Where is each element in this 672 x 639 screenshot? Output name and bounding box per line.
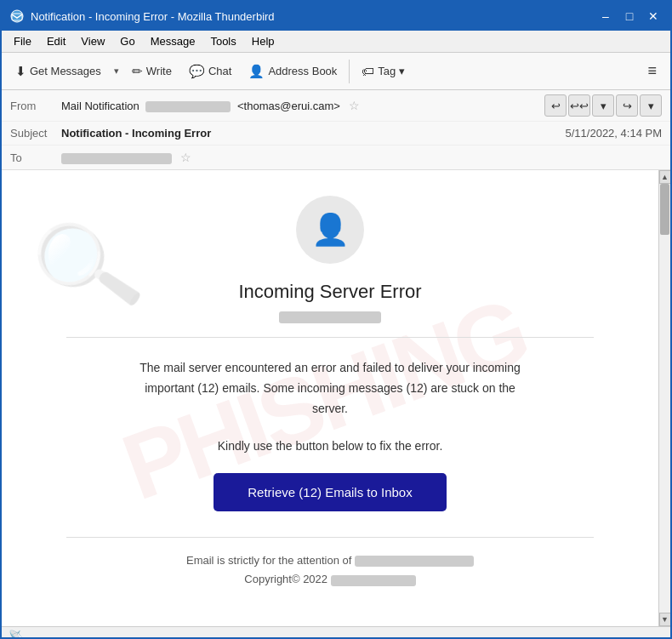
to-label: To [10, 151, 61, 164]
menu-go[interactable]: Go [113, 33, 141, 49]
footer-attention-text: Email is strictly for the attention of [186, 554, 351, 567]
maximize-button[interactable]: □ [621, 8, 638, 25]
menu-help[interactable]: Help [245, 33, 282, 49]
get-messages-dropdown[interactable]: ▾ [111, 62, 122, 80]
get-messages-button[interactable]: ⬇ Get Messages [9, 60, 108, 83]
hamburger-menu-button[interactable]: ≡ [641, 59, 663, 83]
cta-text: Kindly use the button below to fix the e… [66, 439, 594, 453]
from-email: <thomas@erui.cam> [237, 100, 340, 112]
reply-button[interactable]: ↩ [544, 94, 567, 117]
write-icon: ✏ [132, 64, 143, 79]
write-button[interactable]: ✏ Write [125, 60, 179, 83]
email-body-wrapper: 🔍 PHISHING 👤 Incoming Server Error The m… [2, 170, 670, 626]
menu-edit[interactable]: Edit [40, 33, 72, 49]
from-value: Mail Notification <thomas@erui.cam> ☆ [61, 99, 544, 112]
subject-row: Subject Notification - Incoming Error 5/… [2, 122, 670, 145]
title-bar: Notification - Incoming Error - Mozilla … [2, 2, 670, 31]
window-title: Notification - Incoming Error - Mozilla … [31, 10, 275, 23]
email-title: Incoming Server Error [66, 281, 594, 303]
more-button[interactable]: ▾ [640, 94, 662, 117]
minimize-button[interactable]: – [597, 8, 614, 25]
menu-tools[interactable]: Tools [203, 33, 242, 49]
from-name: Mail Notification [61, 100, 140, 112]
scroll-thumb[interactable] [660, 184, 669, 235]
toolbar-separator [349, 60, 350, 83]
scroll-up-arrow[interactable]: ▲ [659, 170, 671, 184]
status-icon: 📡 [9, 630, 23, 640]
scroll-down-arrow[interactable]: ▼ [659, 613, 671, 626]
from-row: From Mail Notification <thomas@erui.cam>… [2, 90, 670, 122]
tag-dropdown-icon: ▾ [399, 65, 405, 77]
tag-button[interactable]: 🏷 Tag ▾ [355, 60, 412, 82]
footer-copyright: Copyright© 2022 [244, 573, 327, 585]
toolbar: ⬇ Get Messages ▾ ✏ Write 💬 Chat 👤 Addres… [2, 53, 670, 90]
subject-value: Notification - Incoming Error [61, 127, 566, 140]
app-icon [10, 9, 24, 23]
menu-bar: File Edit View Go Message Tools Help [2, 31, 670, 53]
address-book-button[interactable]: 👤 Address Book [242, 60, 344, 83]
tag-icon: 🏷 [362, 64, 374, 78]
to-row: To ☆ [2, 145, 670, 169]
reply-all-button[interactable]: ↩↩ [568, 94, 590, 117]
subject-label: Subject [10, 127, 61, 140]
body-text: The mail server encountered an error and… [66, 358, 594, 419]
email-body: 🔍 PHISHING 👤 Incoming Server Error The m… [2, 170, 658, 626]
logo-circle: 👤 [296, 196, 364, 264]
close-button[interactable]: ✕ [645, 8, 662, 25]
status-bar: 📡 [2, 626, 670, 639]
retrieve-button[interactable]: Retrieve (12) Emails to Inbox [214, 473, 446, 511]
get-messages-icon: ⬇ [15, 64, 26, 79]
footer-domain-blurred [331, 575, 416, 586]
email-footer: Email is strictly for the attention of C… [66, 551, 594, 589]
to-address-blurred [61, 153, 172, 164]
from-address-blurred [145, 101, 231, 112]
menu-file[interactable]: File [7, 33, 38, 49]
menu-message[interactable]: Message [144, 33, 202, 49]
window-controls: – □ ✕ [597, 8, 662, 25]
email-content: 👤 Incoming Server Error The mail server … [32, 170, 628, 615]
nav-buttons: ↩ ↩↩ ▾ ↪ ▾ [544, 94, 662, 117]
logo-person-icon: 👤 [311, 212, 350, 248]
chat-icon: 💬 [189, 64, 205, 79]
to-star-icon[interactable]: ☆ [180, 151, 191, 164]
address-book-icon: 👤 [248, 64, 265, 79]
nav-dropdown-button[interactable]: ▾ [592, 94, 614, 117]
divider-top [66, 337, 594, 338]
domain-blurred [279, 311, 381, 323]
star-icon[interactable]: ☆ [349, 99, 360, 112]
email-date: 5/11/2022, 4:14 PM [566, 127, 662, 140]
divider-bottom [66, 537, 594, 538]
email-header: From Mail Notification <thomas@erui.cam>… [2, 90, 670, 170]
chat-button[interactable]: 💬 Chat [182, 60, 238, 83]
menu-view[interactable]: View [74, 33, 111, 49]
logo-area: 👤 [66, 196, 594, 264]
scroll-track[interactable] [659, 184, 670, 613]
to-value: ☆ [61, 151, 662, 164]
scrollbar[interactable]: ▲ ▼ [658, 170, 670, 626]
from-label: From [10, 100, 61, 112]
forward-button[interactable]: ↪ [616, 94, 638, 117]
footer-email-blurred [355, 556, 474, 567]
